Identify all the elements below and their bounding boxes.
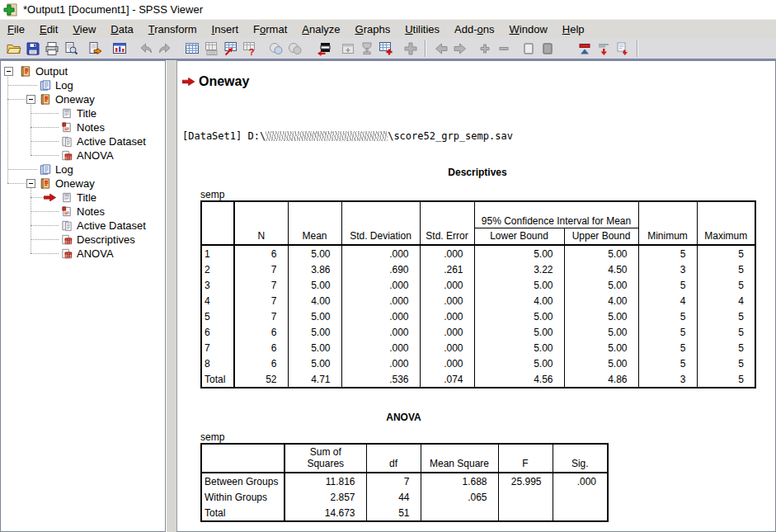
print-preview-button[interactable] [61, 40, 80, 58]
stats-table-icon [60, 247, 73, 260]
spss-viewer-window: *Output1 [Document1] - SPSS Viewer File … [0, 0, 776, 532]
select-cases-button[interactable] [266, 40, 285, 58]
table-row: 665.00.000.0005.005.0055 [201, 324, 755, 340]
log-book-icon [39, 163, 52, 176]
save-button[interactable] [23, 40, 42, 58]
find-button[interactable] [239, 40, 258, 58]
use-sets-icon [360, 41, 374, 56]
column-header: Upper Bound [564, 228, 638, 245]
collapse-expander[interactable] [26, 179, 35, 188]
show-output-button[interactable] [519, 40, 538, 58]
table-row: Between Groups11.81671.68825.995.000 [201, 473, 608, 489]
outline-item-anova-1[interactable]: ANOVA [1, 148, 165, 162]
insert-heading-button[interactable] [575, 40, 594, 58]
demote-outline-button[interactable] [450, 40, 469, 58]
redo-button[interactable] [155, 40, 174, 58]
outline-item-notes-1[interactable]: Notes [1, 120, 165, 134]
stats-table-icon [60, 233, 73, 246]
outline-item-oneway-1[interactable]: Oneway [1, 92, 165, 106]
descriptives-layer-label: semp [200, 189, 755, 200]
open-button[interactable] [4, 40, 23, 58]
menu-view[interactable]: View [65, 21, 103, 38]
outline-item-active-dataset-2[interactable]: Active Dataset [1, 219, 165, 233]
promote-outline-button[interactable] [431, 40, 450, 58]
insert-text-button[interactable] [613, 40, 632, 58]
outline-item-notes-2[interactable]: Notes [1, 205, 165, 219]
navigate-output-button[interactable] [401, 40, 420, 58]
menu-insert[interactable]: Insert [205, 21, 247, 38]
open-folder-icon [7, 41, 21, 56]
select-cases-icon [269, 41, 284, 56]
undo-arrow-icon [139, 41, 153, 56]
dataset-log-line[interactable]: [DataSet1] D:\\score52_grp_semp.sav [182, 130, 775, 142]
menu-window[interactable]: Window [502, 21, 555, 38]
goto-case-icon [204, 41, 219, 56]
menu-utilities[interactable]: Utilities [397, 21, 447, 38]
menu-transform[interactable]: Transform [141, 21, 205, 38]
outline-item-oneway-2[interactable]: Oneway [1, 177, 165, 191]
outline-item-title-2-selected[interactable]: Title [1, 191, 165, 205]
procedure-book-icon [39, 93, 52, 106]
dialog-recall-button[interactable] [110, 40, 129, 58]
outline-item-log[interactable]: Log [1, 78, 165, 92]
spss-viewer-app-icon [3, 2, 18, 17]
weight-cases-button[interactable] [285, 40, 304, 58]
goto-data-button[interactable] [182, 40, 201, 58]
outline-item-anova-2[interactable]: ANOVA [1, 247, 165, 261]
menu-add-ons[interactable]: Add-ons [447, 21, 501, 38]
select-last-output-button[interactable] [314, 40, 333, 58]
insert-heading-icon [577, 41, 592, 56]
anova-table[interactable]: Sum of Squares df Mean Square F Sig. Bet… [200, 443, 609, 522]
menu-graphs[interactable]: Graphs [348, 21, 398, 38]
table-row-total: Total14.67351 [201, 505, 608, 521]
undo-button[interactable] [136, 40, 155, 58]
promote-arrow-icon [434, 41, 449, 56]
outline-item-active-dataset-1[interactable]: Active Dataset [1, 134, 165, 148]
collapse-outline-button[interactable] [494, 40, 513, 58]
toolbar-separator [637, 40, 638, 57]
print-button[interactable] [42, 40, 61, 58]
column-header: Maximum [697, 201, 755, 245]
table-row: 575.00.000.0005.005.0055 [201, 308, 755, 324]
table-row: 165.00.000.0005.005.0055 [201, 245, 755, 261]
titlebar: *Output1 [Document1] - SPSS Viewer [0, 0, 776, 19]
menu-file[interactable]: File [0, 21, 32, 38]
variables-button[interactable] [220, 40, 239, 58]
descriptives-output-block[interactable]: Descriptives semp N Mean Std. Deviation … [200, 167, 755, 388]
expand-outline-button[interactable] [475, 40, 494, 58]
menu-help[interactable]: Help [555, 21, 592, 38]
outline-item-title-1[interactable]: Title [1, 106, 165, 120]
table-row: 474.00.000.0004.004.0044 [201, 293, 755, 308]
outline-item-output[interactable]: Output [1, 64, 165, 78]
collapse-expander[interactable] [4, 67, 13, 76]
export-button[interactable] [85, 40, 104, 58]
dataset-path-prefix: [DataSet1] D:\ [182, 130, 266, 142]
outline-item-log-2[interactable]: Log [1, 162, 165, 177]
descriptives-title: Descriptives [200, 167, 755, 178]
use-sets-button[interactable] [357, 40, 376, 58]
collapse-expander[interactable] [26, 95, 35, 104]
anova-output-block[interactable]: ANOVA semp Sum of Squares df Mean Square… [200, 412, 607, 522]
anova-title: ANOVA [200, 412, 607, 423]
goto-case-button[interactable] [201, 40, 220, 58]
table-row: 273.86.690.2613.224.5035 [201, 261, 755, 277]
table-row-total: Total524.71.536.0744.564.8635 [201, 371, 755, 388]
outline-item-descriptives[interactable]: Descriptives [1, 233, 165, 247]
menu-analyze[interactable]: Analyze [294, 21, 347, 38]
expand-plus-icon [477, 41, 492, 56]
weight-cases-icon [288, 41, 303, 56]
insert-title-button[interactable] [594, 40, 613, 58]
column-header: Std. Error [420, 201, 474, 245]
hide-box-icon [540, 41, 555, 56]
hide-output-button[interactable] [538, 40, 557, 58]
descriptives-table[interactable]: N Mean Std. Deviation Std. Error 95% Con… [200, 200, 756, 388]
output-heading[interactable]: Oneway [199, 74, 249, 89]
pane-splitter[interactable] [166, 60, 177, 532]
insert-cases-button[interactable] [376, 40, 395, 58]
output-content-pane: Oneway [DataSet1] D:\\score52_grp_semp.s… [177, 60, 776, 532]
export-document-icon [87, 41, 102, 56]
designate-window-button[interactable] [338, 40, 357, 58]
menu-data[interactable]: Data [103, 21, 140, 38]
menu-edit[interactable]: Edit [32, 21, 65, 38]
menu-format[interactable]: Format [246, 21, 294, 38]
